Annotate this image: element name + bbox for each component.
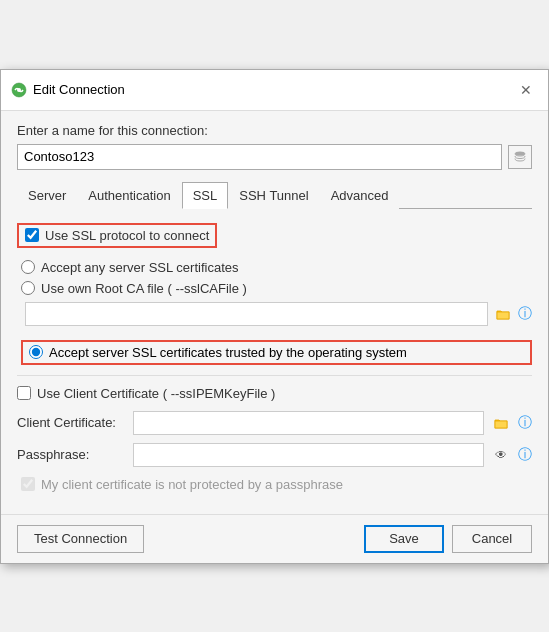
footer-left: Test Connection bbox=[17, 525, 144, 553]
folder-icon bbox=[496, 308, 510, 320]
tab-authentication[interactable]: Authentication bbox=[77, 182, 181, 209]
svg-rect-3 bbox=[497, 312, 509, 319]
ca-file-info-icon[interactable]: ⓘ bbox=[518, 305, 532, 323]
use-own-ca-radio-label[interactable]: Use own Root CA file ( --sslCAFile ) bbox=[21, 281, 532, 296]
tab-ssh-tunnel[interactable]: SSH Tunnel bbox=[228, 182, 319, 209]
passphrase-info-icon[interactable]: ⓘ bbox=[518, 446, 532, 464]
edit-connection-dialog: Edit Connection ✕ Enter a name for this … bbox=[0, 69, 549, 564]
dialog-body: Enter a name for this connection: Server… bbox=[1, 111, 548, 514]
test-connection-button[interactable]: Test Connection bbox=[17, 525, 144, 553]
passphrase-eye-btn[interactable]: 👁 bbox=[490, 444, 512, 466]
eye-icon: 👁 bbox=[495, 448, 507, 462]
passphrase-row: Passphrase: 👁 ⓘ bbox=[17, 443, 532, 467]
tabs: Server Authentication SSL SSH Tunnel Adv… bbox=[17, 182, 532, 209]
ssl-section: Use SSL protocol to connect Accept any s… bbox=[17, 223, 532, 492]
use-ssl-checkbox[interactable] bbox=[25, 228, 39, 242]
tab-server[interactable]: Server bbox=[17, 182, 77, 209]
accept-trusted-radio[interactable] bbox=[29, 345, 43, 359]
database-icon bbox=[513, 151, 527, 163]
ca-file-input[interactable] bbox=[25, 302, 488, 326]
use-client-cert-label[interactable]: Use Client Certificate ( --ssIPEMKeyFile… bbox=[17, 386, 532, 401]
close-button[interactable]: ✕ bbox=[514, 78, 538, 102]
app-icon bbox=[11, 82, 27, 98]
passphrase-label: Passphrase: bbox=[17, 447, 127, 462]
name-label: Enter a name for this connection: bbox=[17, 123, 532, 138]
title-bar: Edit Connection ✕ bbox=[1, 70, 548, 111]
use-client-cert-row: Use Client Certificate ( --ssIPEMKeyFile… bbox=[17, 386, 532, 401]
ca-file-row: ⓘ bbox=[25, 302, 532, 326]
client-cert-input[interactable] bbox=[133, 411, 484, 435]
no-passphrase-row: My client certificate is not protected b… bbox=[21, 477, 532, 492]
name-icon-btn[interactable] bbox=[508, 145, 532, 169]
divider-1 bbox=[17, 375, 532, 376]
title-bar-left: Edit Connection bbox=[11, 82, 125, 98]
use-own-ca-radio[interactable] bbox=[21, 281, 35, 295]
accept-trusted-highlight-box: Accept server SSL certificates trusted b… bbox=[21, 340, 532, 365]
save-button[interactable]: Save bbox=[364, 525, 444, 553]
accept-any-cert-radio[interactable] bbox=[21, 260, 35, 274]
use-ssl-highlight-box: Use SSL protocol to connect bbox=[17, 223, 217, 248]
ca-file-browse-btn[interactable] bbox=[492, 303, 514, 325]
use-client-cert-checkbox[interactable] bbox=[17, 386, 31, 400]
client-cert-browse-btn[interactable] bbox=[490, 412, 512, 434]
footer-right: Save Cancel bbox=[364, 525, 532, 553]
use-ssl-label[interactable]: Use SSL protocol to connect bbox=[25, 228, 209, 243]
dialog-footer: Test Connection Save Cancel bbox=[1, 514, 548, 563]
svg-point-2 bbox=[515, 151, 525, 155]
cancel-button[interactable]: Cancel bbox=[452, 525, 532, 553]
folder-icon-2 bbox=[494, 417, 508, 429]
ssl-radio-group: Accept any server SSL certificates Use o… bbox=[21, 260, 532, 365]
accept-any-cert-radio-label[interactable]: Accept any server SSL certificates bbox=[21, 260, 532, 275]
svg-rect-4 bbox=[495, 421, 507, 428]
client-cert-label: Client Certificate: bbox=[17, 415, 127, 430]
name-row bbox=[17, 144, 532, 170]
connection-name-input[interactable] bbox=[17, 144, 502, 170]
dialog-title: Edit Connection bbox=[33, 82, 125, 97]
tab-ssl[interactable]: SSL bbox=[182, 182, 229, 209]
passphrase-input[interactable] bbox=[133, 443, 484, 467]
svg-point-1 bbox=[17, 88, 21, 92]
no-passphrase-checkbox bbox=[21, 477, 35, 491]
client-cert-row: Client Certificate: ⓘ bbox=[17, 411, 532, 435]
tab-advanced[interactable]: Advanced bbox=[320, 182, 400, 209]
client-cert-info-icon[interactable]: ⓘ bbox=[518, 414, 532, 432]
